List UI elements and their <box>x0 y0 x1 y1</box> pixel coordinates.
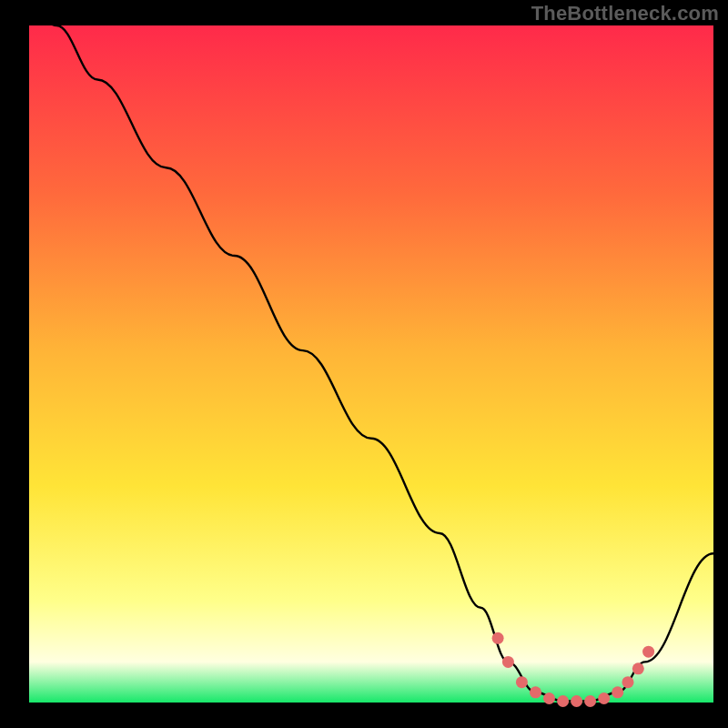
gradient-plot-area <box>29 25 713 703</box>
sweet-spot-dot <box>598 693 610 704</box>
watermark-text: TheBottleneck.com <box>531 2 719 25</box>
chart-stage: TheBottleneck.com <box>0 0 728 728</box>
sweet-spot-dot <box>632 662 644 674</box>
sweet-spot-dot <box>622 676 634 688</box>
sweet-spot-dot <box>543 693 555 704</box>
sweet-spot-dot <box>612 686 623 698</box>
sweet-spot-dot <box>584 695 596 707</box>
sweet-spot-dot <box>557 695 569 707</box>
sweet-spot-dot <box>642 646 654 658</box>
sweet-spot-dot <box>492 632 504 644</box>
sweet-spot-dot <box>502 656 514 668</box>
bottleneck-chart <box>0 0 728 728</box>
sweet-spot-dot <box>571 695 582 707</box>
sweet-spot-dot <box>516 676 528 688</box>
sweet-spot-dot <box>530 686 541 698</box>
